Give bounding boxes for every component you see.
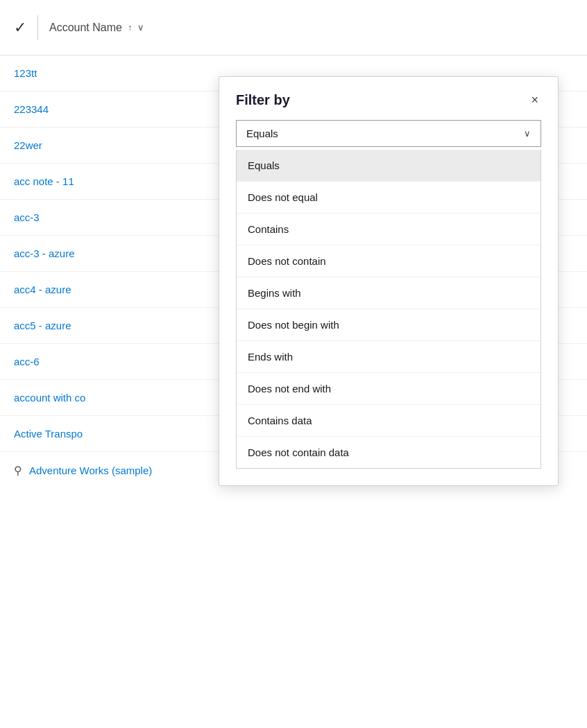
filter-option-item[interactable]: Does not end with	[237, 373, 541, 405]
account-name-link[interactable]: acc note - 11	[14, 175, 74, 187]
filter-option-item[interactable]: Equals	[237, 150, 541, 182]
filter-operator-dropdown[interactable]: Equals ∨	[236, 120, 541, 147]
account-name-link[interactable]: Active Transpo	[14, 428, 83, 440]
filter-title: Filter by	[236, 92, 290, 108]
sort-desc-icon[interactable]: ∨	[137, 22, 144, 33]
account-name-link[interactable]: acc-6	[14, 356, 40, 367]
filter-option-item[interactable]: Does not equal	[237, 182, 541, 214]
table-header: ✓ Account Name ↑ ∨	[0, 0, 587, 55]
account-name-link[interactable]: acc-3 - azure	[14, 248, 75, 259]
filter-operator-list: EqualsDoes not equalContainsDoes not con…	[236, 150, 541, 469]
filter-option-item[interactable]: Does not contain data	[237, 437, 541, 468]
filter-option-item[interactable]: Does not begin with	[237, 309, 541, 341]
account-name-link[interactable]: 123tt	[14, 67, 37, 79]
header-divider	[37, 15, 38, 40]
filter-header: Filter by ×	[219, 77, 558, 120]
dropdown-arrow-icon: ∨	[524, 128, 531, 139]
account-name-link[interactable]: acc-3	[14, 211, 40, 223]
check-icon: ✓	[14, 19, 26, 37]
filter-option-item[interactable]: Does not contain	[237, 245, 541, 277]
filter-operator-selected: Equals	[246, 128, 278, 139]
account-name-link[interactable]: account with co	[14, 392, 85, 404]
sort-asc-icon[interactable]: ↑	[128, 22, 133, 33]
account-name-link[interactable]: 223344	[14, 103, 49, 115]
filter-option-item[interactable]: Ends with	[237, 341, 541, 373]
filter-option-item[interactable]: Contains	[237, 214, 541, 245]
column-name-label: Account Name	[49, 21, 122, 34]
account-name-link[interactable]: acc4 - azure	[14, 284, 71, 295]
filter-option-item[interactable]: Begins with	[237, 277, 541, 309]
filter-option-item[interactable]: Contains data	[237, 405, 541, 437]
account-name-link[interactable]: Adventure Works (sample)	[29, 465, 152, 476]
account-name-link[interactable]: 22wer	[14, 139, 42, 151]
account-hierarchy-icon: ⚲	[14, 464, 22, 477]
account-name-column-header: Account Name ↑ ∨	[49, 21, 144, 34]
filter-close-button[interactable]: ×	[528, 91, 541, 109]
account-name-link[interactable]: acc5 - azure	[14, 320, 71, 331]
filter-panel: Filter by × Equals ∨ EqualsDoes not equa…	[219, 76, 559, 486]
